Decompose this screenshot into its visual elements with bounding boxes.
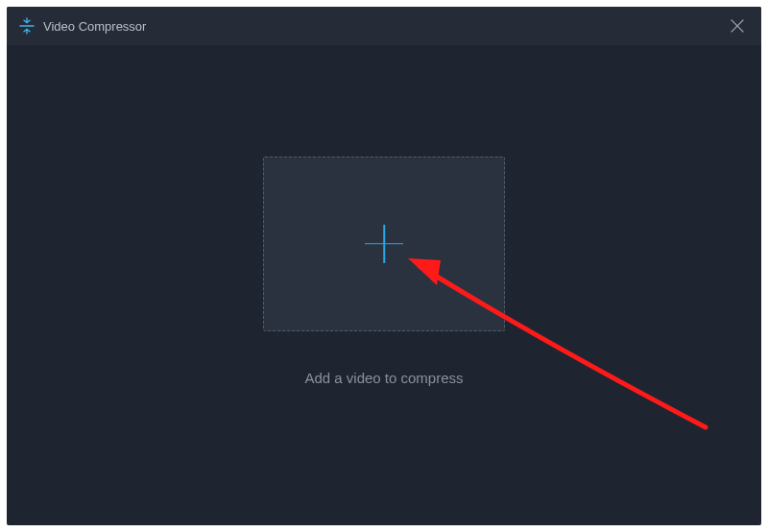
close-icon (731, 19, 744, 33)
add-video-dropzone[interactable] (263, 157, 505, 331)
compress-icon (18, 17, 36, 35)
titlebar: Video Compressor (7, 7, 761, 45)
dropzone-hint: Add a video to compress (304, 370, 463, 386)
plus-icon (365, 225, 403, 263)
main-content: Add a video to compress (7, 45, 761, 525)
app-window: Video Compressor Add a video to compress (7, 7, 761, 525)
close-button[interactable] (723, 12, 752, 40)
app-title: Video Compressor (43, 19, 146, 34)
